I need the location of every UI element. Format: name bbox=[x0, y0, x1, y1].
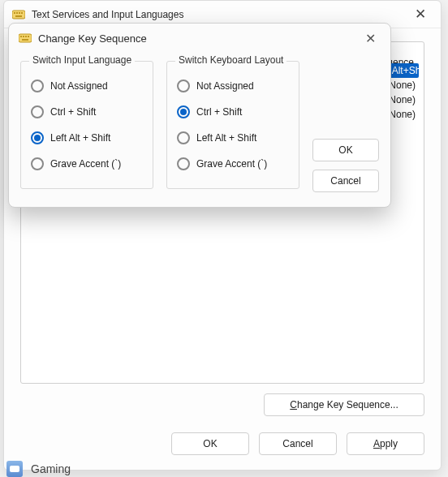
radio-label: Ctrl + Shift bbox=[196, 106, 242, 118]
modal-ok-button[interactable]: OK bbox=[312, 139, 379, 161]
modal-actions: OK Cancel bbox=[312, 61, 379, 192]
radio-option[interactable]: Not Assigned bbox=[177, 73, 289, 99]
svg-rect-5 bbox=[15, 15, 22, 17]
radio-icon bbox=[31, 157, 44, 170]
change-key-sequence-dialog: Change Key Sequence ✕ Switch Input Langu… bbox=[8, 23, 391, 208]
svg-rect-3 bbox=[19, 12, 20, 14]
radio-icon bbox=[177, 105, 190, 118]
keyboard-icon bbox=[12, 8, 25, 21]
group-title: Switch Input Language bbox=[29, 54, 135, 66]
radio-list: Not AssignedCtrl + ShiftLeft Alt + Shift… bbox=[177, 73, 289, 177]
svg-rect-1 bbox=[14, 12, 15, 14]
radio-label: Ctrl + Shift bbox=[50, 106, 96, 118]
radio-icon bbox=[31, 105, 44, 118]
radio-option[interactable]: Ctrl + Shift bbox=[31, 99, 143, 125]
modal-body: Switch Input Language Not AssignedCtrl +… bbox=[9, 53, 390, 207]
cancel-button[interactable]: Cancel bbox=[259, 432, 337, 455]
gaming-nav-item[interactable]: Gaming bbox=[6, 461, 71, 477]
radio-icon bbox=[177, 157, 190, 170]
apply-button[interactable]: Apply bbox=[347, 432, 424, 455]
radio-option[interactable]: Ctrl + Shift bbox=[177, 99, 289, 125]
radio-option[interactable]: Grave Accent (`) bbox=[177, 151, 289, 177]
svg-rect-2 bbox=[16, 12, 18, 14]
ok-button[interactable]: OK bbox=[171, 432, 249, 455]
radio-option[interactable]: Left Alt + Shift bbox=[177, 125, 289, 151]
radio-label: Not Assigned bbox=[196, 80, 254, 92]
radio-icon bbox=[31, 131, 44, 144]
radio-list: Not AssignedCtrl + ShiftLeft Alt + Shift… bbox=[31, 73, 143, 177]
modal-titlebar: Change Key Sequence ✕ bbox=[9, 24, 390, 53]
parent-close-button[interactable]: ✕ bbox=[408, 4, 433, 24]
svg-rect-6 bbox=[19, 34, 32, 42]
change-btn-row: Change Key Sequence... bbox=[20, 393, 424, 416]
radio-icon bbox=[177, 131, 190, 144]
modal-close-button[interactable]: ✕ bbox=[360, 28, 381, 49]
radio-label: Left Alt + Shift bbox=[196, 132, 256, 144]
radio-icon bbox=[31, 80, 44, 92]
group-title: Switch Keyboard Layout bbox=[175, 54, 286, 66]
parent-footer: OK Cancel Apply bbox=[20, 432, 424, 455]
svg-rect-0 bbox=[12, 11, 25, 19]
radio-label: Grave Accent (`) bbox=[196, 158, 267, 170]
svg-rect-10 bbox=[28, 36, 29, 37]
switch-input-language-group: Switch Input Language Not AssignedCtrl +… bbox=[20, 61, 153, 189]
radio-label: Not Assigned bbox=[50, 80, 108, 92]
modal-title: Change Key Sequence bbox=[38, 32, 147, 45]
gaming-icon bbox=[6, 461, 23, 477]
radio-label: Grave Accent (`) bbox=[50, 158, 121, 170]
svg-rect-8 bbox=[23, 36, 24, 37]
radio-label: Left Alt + Shift bbox=[50, 132, 110, 144]
parent-title: Text Services and Input Languages bbox=[32, 9, 183, 20]
gaming-label: Gaming bbox=[31, 462, 71, 475]
keyboard-icon bbox=[19, 32, 32, 45]
svg-rect-11 bbox=[22, 39, 28, 41]
svg-rect-4 bbox=[21, 12, 23, 14]
modal-cancel-button[interactable]: Cancel bbox=[312, 170, 379, 192]
svg-rect-7 bbox=[20, 36, 22, 37]
change-key-sequence-button[interactable]: Change Key Sequence... bbox=[264, 393, 424, 416]
radio-option[interactable]: Not Assigned bbox=[31, 73, 143, 99]
switch-keyboard-layout-group: Switch Keyboard Layout Not AssignedCtrl … bbox=[166, 61, 299, 189]
radio-icon bbox=[177, 80, 190, 92]
radio-option[interactable]: Grave Accent (`) bbox=[31, 151, 143, 177]
svg-rect-9 bbox=[25, 36, 27, 37]
radio-option[interactable]: Left Alt + Shift bbox=[31, 125, 143, 151]
